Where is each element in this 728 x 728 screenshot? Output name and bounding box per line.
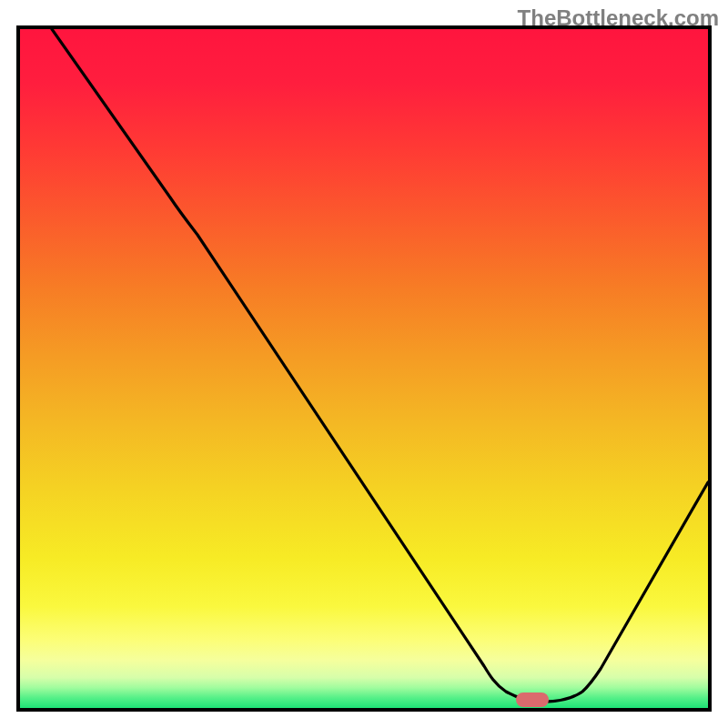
curve-path [52,29,708,702]
watermark-text: TheBottleneck.com [518,5,719,31]
plot-area [16,25,712,712]
bottleneck-curve [20,29,708,708]
chart-container: TheBottleneck.com [0,0,728,728]
optimum-marker [516,693,549,707]
